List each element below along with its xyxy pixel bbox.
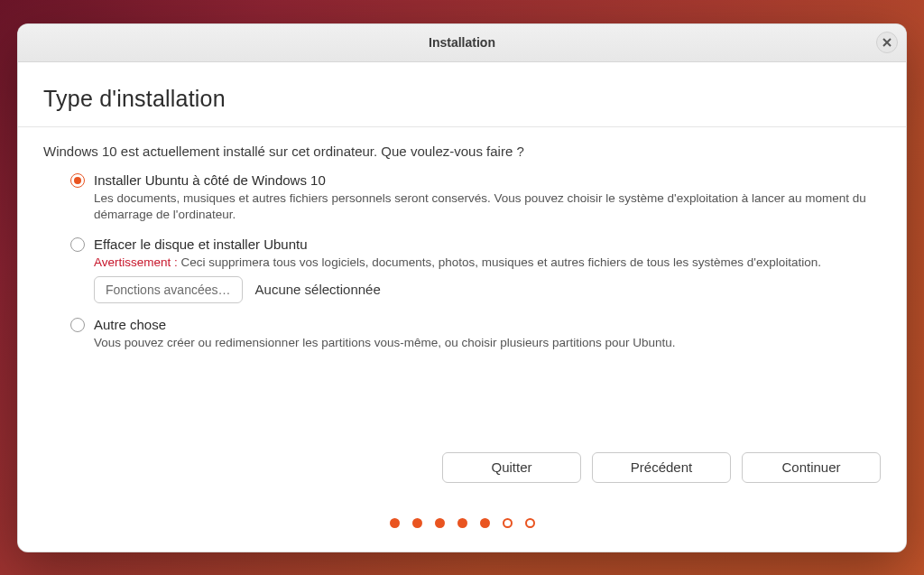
progress-pager [18, 518, 906, 528]
pager-dot [412, 518, 422, 528]
titlebar: Installation [18, 24, 906, 62]
divider [18, 126, 906, 127]
radio-erase-disk[interactable] [70, 237, 85, 252]
warning-text: Ceci supprimera tous vos logiciels, docu… [181, 255, 821, 269]
pager-dot [435, 518, 445, 528]
pager-dot [480, 518, 490, 528]
advanced-row: Fonctions avancées… Aucune sélectionnée [94, 276, 881, 303]
option-title: Autre chose [94, 316, 881, 334]
advanced-selection-text: Aucune sélectionnée [255, 282, 381, 297]
option-warning: Avertissement : Ceci supprimera tous vos… [94, 255, 881, 271]
prompt-text: Windows 10 est actuellement installé sur… [43, 144, 881, 159]
continue-button[interactable]: Continuer [742, 452, 881, 483]
back-button[interactable]: Précédent [592, 452, 731, 483]
pager-dot [390, 518, 400, 528]
option-something-else[interactable]: Autre chose Vous pouvez créer ou redimen… [70, 316, 881, 351]
footer-buttons: Quitter Précédent Continuer [442, 452, 881, 483]
options-group: Installer Ubuntu à côté de Windows 10 Le… [70, 172, 881, 364]
option-description: Vous pouvez créer ou redimensionner les … [94, 335, 881, 351]
warning-label: Avertissement : [94, 255, 178, 269]
installer-window: Installation Type d'installation Windows… [17, 23, 907, 552]
content-area: Type d'installation Windows 10 est actue… [18, 62, 906, 552]
quit-button[interactable]: Quitter [442, 452, 581, 483]
close-button[interactable] [876, 32, 898, 53]
pager-dot [457, 518, 467, 528]
option-title: Effacer le disque et installer Ubuntu [94, 236, 881, 254]
window-title: Installation [429, 35, 495, 50]
option-erase-disk[interactable]: Effacer le disque et installer Ubuntu Av… [70, 236, 881, 303]
page-title: Type d'installation [43, 86, 881, 112]
pager-dot-upcoming [525, 518, 535, 528]
close-icon [882, 37, 892, 48]
radio-install-alongside[interactable] [70, 173, 85, 188]
option-description: Les documents, musiques et autres fichie… [94, 190, 881, 223]
option-title: Installer Ubuntu à côté de Windows 10 [94, 172, 881, 190]
radio-something-else[interactable] [70, 318, 85, 332]
option-install-alongside[interactable]: Installer Ubuntu à côté de Windows 10 Le… [70, 172, 881, 223]
advanced-features-button[interactable]: Fonctions avancées… [94, 276, 243, 303]
pager-dot-current [503, 518, 513, 528]
